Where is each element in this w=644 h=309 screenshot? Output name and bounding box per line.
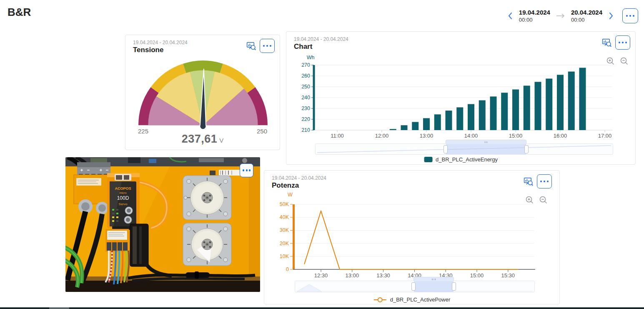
svg-text:10K: 10K xyxy=(280,254,289,259)
ellipsis-icon xyxy=(626,15,628,17)
device-type: Servo xyxy=(119,202,128,206)
ellipsis-icon xyxy=(540,181,542,183)
chart-explore-button[interactable] xyxy=(601,38,612,48)
zoom-in-button[interactable] xyxy=(606,57,616,66)
zoom-in-icon xyxy=(525,196,535,205)
svg-text:220: 220 xyxy=(301,116,310,122)
legend-item[interactable]: d_BR_PLC_ActiveEnergy xyxy=(424,156,498,163)
legend-label: d_BR_PLC_ActivePower xyxy=(390,296,451,303)
card-more-options-button[interactable] xyxy=(260,39,275,53)
svg-text:13:30: 13:30 xyxy=(376,272,390,279)
zoom-in-icon xyxy=(606,57,616,66)
barcode-labels xyxy=(210,170,241,176)
legend-label: d_BR_PLC_ActiveEnergy xyxy=(436,156,498,163)
chart-search-icon xyxy=(246,41,257,51)
legend-line-marker-icon xyxy=(373,297,387,303)
svg-text:270: 270 xyxy=(301,62,310,68)
zoom-out-icon xyxy=(620,57,629,66)
svg-text:50K: 50K xyxy=(280,201,289,207)
device-model: 100D xyxy=(117,195,129,201)
svg-text:30K: 30K xyxy=(280,227,289,233)
range-end[interactable]: 20.04.2024 00:00 xyxy=(571,9,602,23)
chart-explore-button[interactable] xyxy=(246,41,257,51)
svg-text:230: 230 xyxy=(301,106,310,111)
previous-range-button[interactable] xyxy=(507,11,514,21)
svg-text:20K: 20K xyxy=(280,241,289,246)
navigator-left-handle[interactable] xyxy=(411,282,416,291)
navigator-left-handle[interactable] xyxy=(444,145,448,153)
card-image: ACOPOS micro 100D Servo xyxy=(65,157,260,292)
navigator-drag-tab[interactable] xyxy=(413,277,454,281)
svg-text:15:00: 15:00 xyxy=(509,133,523,139)
svg-text:12:00: 12:00 xyxy=(375,133,389,139)
ellipsis-icon xyxy=(619,42,621,44)
chevron-left-icon xyxy=(508,12,513,20)
svg-text:16:00: 16:00 xyxy=(554,133,567,139)
svg-text:250: 250 xyxy=(301,84,310,90)
range-arrow-icon xyxy=(556,13,566,19)
card-date-range: 19.04.2024 - 20.04.2024 xyxy=(272,175,326,181)
chevron-right-icon xyxy=(609,12,614,20)
range-start-time: 00:00 xyxy=(519,17,533,23)
svg-text:14:00: 14:00 xyxy=(464,133,478,139)
gauge-value: 237,61V xyxy=(125,133,280,146)
svg-text:0: 0 xyxy=(286,266,289,272)
voltage-gauge xyxy=(133,55,273,133)
card-more-options-button[interactable] xyxy=(537,174,552,188)
range-navigator[interactable] xyxy=(295,281,535,292)
svg-text:W: W xyxy=(288,192,293,198)
navigator-drag-tab[interactable] xyxy=(446,140,526,144)
ellipsis-icon xyxy=(263,45,265,47)
global-more-options-button[interactable] xyxy=(622,8,638,23)
card-more-options-button[interactable] xyxy=(240,163,253,177)
app-logo: B&R xyxy=(8,6,31,19)
zoom-out-button[interactable] xyxy=(539,196,549,205)
svg-text:15:00: 15:00 xyxy=(470,272,484,279)
device-series: micro xyxy=(119,191,126,194)
navigator-right-handle[interactable] xyxy=(452,282,456,291)
svg-text:Wh: Wh xyxy=(307,55,315,60)
navigator-selection[interactable] xyxy=(414,281,454,292)
date-range-picker[interactable]: 19.04.2024 00:00 20.04.2024 00:00 xyxy=(507,8,638,23)
bottom-edge-bar xyxy=(0,307,644,309)
next-range-button[interactable] xyxy=(608,11,614,21)
grip-icon xyxy=(432,279,433,280)
servo-drive: ACOPOS micro 100D Servo xyxy=(107,173,140,230)
card-more-options-button[interactable] xyxy=(615,35,630,50)
device-brand: ACOPOS xyxy=(115,186,131,191)
card-date-range: 19.04.2024 - 20.04.2024 xyxy=(133,40,188,45)
svg-text:17:00: 17:00 xyxy=(598,133,612,139)
range-end-time: 00:00 xyxy=(571,17,585,23)
legend-item[interactable]: d_BR_PLC_ActivePower xyxy=(373,296,451,303)
range-start-date: 19.04.2024 xyxy=(519,9,550,16)
card-title: Potenza xyxy=(272,181,326,190)
svg-text:40K: 40K xyxy=(280,214,289,220)
ellipsis-icon xyxy=(243,169,244,171)
svg-text:260: 260 xyxy=(301,73,310,79)
navigator-selection[interactable] xyxy=(446,144,526,154)
gauge-unit: V xyxy=(219,137,223,144)
svg-text:13:00: 13:00 xyxy=(420,133,434,139)
card-potenza: 19.04.2024 - 20.04.2024 Potenza xyxy=(264,170,560,304)
range-end-date: 20.04.2024 xyxy=(571,9,602,16)
range-start[interactable]: 19.04.2024 00:00 xyxy=(519,9,550,23)
gauge-value-number: 237,61 xyxy=(182,133,218,145)
range-navigator[interactable] xyxy=(315,143,613,155)
svg-text:13:00: 13:00 xyxy=(346,272,359,279)
card-date-range: 19.04.2024 - 20.04.2024 xyxy=(294,36,348,42)
svg-text:11:00: 11:00 xyxy=(331,133,344,139)
svg-text:12:30: 12:30 xyxy=(314,272,328,279)
zoom-out-button[interactable] xyxy=(620,57,629,66)
card-tensione: 19.04.2024 - 20.04.2024 Tensione 225 250… xyxy=(125,35,280,150)
card-chart-header: 19.04.2024 - 20.04.2024 Chart xyxy=(294,36,348,51)
chart-explore-button[interactable] xyxy=(523,176,534,187)
dial-plate-top xyxy=(183,176,231,220)
navigator-right-handle[interactable] xyxy=(524,145,529,153)
zoom-in-button[interactable] xyxy=(525,196,535,205)
scrollbar-thumb[interactable] xyxy=(49,307,69,309)
card-potenza-header: 19.04.2024 - 20.04.2024 Potenza xyxy=(272,175,326,190)
device-photo: ACOPOS micro 100D Servo xyxy=(65,157,260,292)
svg-text:15:30: 15:30 xyxy=(501,272,515,279)
legend-swatch xyxy=(424,157,432,162)
svg-text:210: 210 xyxy=(301,127,310,133)
